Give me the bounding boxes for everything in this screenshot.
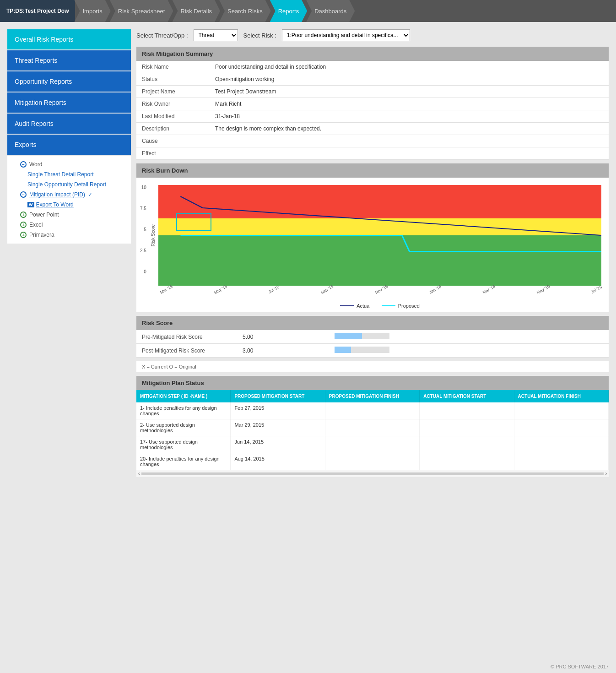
post-mitigated-bar [335,347,389,353]
cell-prop-finish-2 [325,419,420,436]
sidebar-item-threat[interactable]: Threat Reports [7,50,131,71]
cell-act-start-2 [420,419,514,436]
actual-label: Actual [357,303,371,309]
select-risk-select[interactable]: 1:Poor understanding and detail in speci… [282,29,410,41]
mitigation-collapse-icon[interactable]: − [20,191,27,198]
y-label-5: 5 [144,227,146,232]
nav-brand: TP:DS:Test Project Dow [0,0,75,22]
col-header-prop-finish: PROPOSED MITIGATION FINISH [325,390,420,402]
score-label: Pre-Mitigated Risk Score [136,330,237,344]
select-risk-label: Select Risk : [243,32,276,39]
field-label: Last Modified [136,110,210,123]
field-value: 31-Jan-18 [210,110,609,123]
primavera-label: Primavera [29,232,54,238]
y-label-75: 7.5 [140,206,146,211]
col-header-prop-start: PROPOSED MITIGATION START [231,390,325,402]
table-row: Description The design is more complex t… [136,123,609,135]
risk-mitigation-summary-header: Risk Mitigation Summary [136,47,609,61]
word-collapse-icon[interactable]: − [20,161,27,168]
tree-single-threat[interactable]: Single Threat Detail Report [7,169,131,179]
table-scroll-controls: ‹ › [136,470,609,477]
x-label-0: Mar '15 [159,284,173,295]
tree-single-opportunity[interactable]: Single Opportunity Detail Report [7,179,131,190]
table-row: Risk Name Poor understanding and detail … [136,61,609,73]
tree-mitigation-impact: − Mitigation Impact (PID) ✓ [7,190,131,200]
pre-mitigated-fill [335,333,362,339]
score-value: 5.00 [237,330,329,344]
tree-power-point[interactable]: + Power Point [7,210,131,220]
premit-rect [176,213,211,232]
legend-proposed: Proposed [382,303,420,309]
legend-actual: Actual [340,303,371,309]
risk-score-header: Risk Score [136,316,609,330]
scrollbar[interactable] [141,472,603,475]
excel-expand-icon[interactable]: + [20,222,27,228]
scroll-right-icon[interactable]: › [605,471,607,476]
cell-step-1: 1- Include penalties for any design chan… [136,402,231,419]
single-threat-link[interactable]: Single Threat Detail Report [27,171,94,178]
sidebar-item-mitigation[interactable]: Mitigation Reports [7,92,131,113]
x-label-3: Sep '15 [320,284,334,295]
score-bar [329,344,609,358]
navbar: TP:DS:Test Project Dow Imports Risk Spre… [0,0,616,22]
field-label: Description [136,123,210,135]
mitigation-table-header: MITIGATION STEP ( ID -NAME ) PROPOSED MI… [136,390,609,402]
scroll-left-icon[interactable]: ‹ [138,471,140,476]
mitigation-row-3: 17- Use supported design methodologies J… [136,436,609,453]
single-opportunity-link[interactable]: Single Opportunity Detail Report [27,181,106,188]
table-row: Pre-Mitigated Risk Score 5.00 [136,330,609,344]
table-row: Cause [136,135,609,147]
mitigation-row-4: 20- Include penalties for any design cha… [136,453,609,470]
field-label: Risk Name [136,61,210,73]
cell-act-finish-3 [514,436,609,453]
nav-risk-details[interactable]: Risk Details [172,0,220,22]
sidebar-item-audit[interactable]: Audit Reports [7,114,131,134]
nav-dashboards[interactable]: Dashboards [306,0,355,22]
tree-word-item: − Word [7,159,131,169]
tree-primavera[interactable]: + Primavera [7,230,131,240]
sidebar-item-opportunity[interactable]: Opportunity Reports [7,71,131,92]
sidebar-tree: − Word Single Threat Detail Report Singl… [7,156,131,244]
mitigation-impact-link[interactable]: Mitigation Impact (PID) [29,191,85,198]
score-label: Post-Mitigated Risk Score [136,344,237,358]
mitigation-row-1: 1- Include penalties for any design chan… [136,402,609,419]
x-label-6: Mar '16 [482,284,496,295]
pre-mitigated-bar [335,333,389,339]
sidebar-item-overall[interactable]: Overall Risk Reports [7,29,131,49]
x-label-4: Nov '15 [374,284,389,295]
nav-reports[interactable]: Reports [270,0,308,22]
nav-search-risks[interactable]: Search Risks [219,0,271,22]
y-axis-label: Risk Score [151,224,156,246]
nav-imports[interactable]: Imports [74,0,110,22]
cell-prop-start-3: Jun 14, 2015 [231,436,325,453]
checkmark-icon: ✓ [88,191,92,198]
col-header-step: MITIGATION STEP ( ID -NAME ) [136,390,231,402]
tree-export-to-word[interactable]: W Export To Word [7,200,131,210]
primavera-expand-icon[interactable]: + [20,232,27,238]
field-label: Project Name [136,86,210,98]
field-label: Status [136,73,210,86]
field-value: Test Project Downstream [210,86,609,98]
mitigation-plan-header: Mitigation Plan Status [136,376,609,390]
nav-risk-spreadsheet[interactable]: Risk Spreadsheet [110,0,173,22]
cell-prop-finish-3 [325,436,420,453]
cell-prop-finish-1 [325,402,420,419]
score-note: X = Current O = Original [136,361,609,372]
threat-opp-select[interactable]: ThreatOpportunity [194,29,238,41]
cell-act-start-1 [420,402,514,419]
field-value [210,135,609,147]
score-bar [329,330,609,344]
proposed-label: Proposed [398,303,420,309]
cell-prop-finish-4 [325,453,420,470]
cell-act-start-4 [420,453,514,470]
powerpoint-expand-icon[interactable]: + [20,212,27,218]
field-label: Risk Owner [136,98,210,110]
controls-row: Select Threat/Opp : ThreatOpportunity Se… [136,29,609,41]
y-label-25: 2.5 [140,248,146,253]
export-word-button[interactable]: W Export To Word [27,201,74,208]
table-row: Project Name Test Project Downstream [136,86,609,98]
tree-excel[interactable]: + Excel [7,220,131,230]
cell-step-4: 20- Include penalties for any design cha… [136,453,231,470]
sidebar-item-exports[interactable]: Exports [7,135,131,155]
cell-prop-start-2: Mar 29, 2015 [231,419,325,436]
